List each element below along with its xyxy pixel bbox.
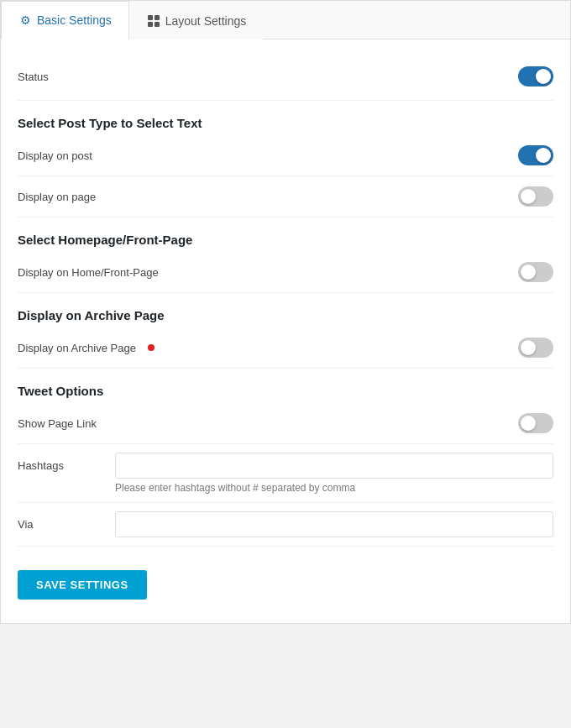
save-settings-button[interactable]: SAVE SETTINGS [18,570,147,600]
svg-rect-1 [155,15,160,20]
archive-label-wrap: Display on Archive Page [18,342,155,354]
settings-container: ⚙ Basic Settings Layout Settings Status [0,0,571,624]
archive-page-heading: Display on Archive Page [18,293,553,327]
gear-icon: ⚙ [18,13,32,27]
display-on-page-row: Display on page [18,176,553,217]
homepage-heading: Select Homepage/Front-Page [18,217,553,252]
show-page-link-label: Show Page Link [18,417,97,430]
show-page-link-toggle[interactable] [518,413,553,433]
hashtags-field-wrap: Please enter hashtags without # separate… [115,453,553,494]
red-dot-indicator [148,344,155,351]
show-page-link-row: Show Page Link [18,403,553,444]
display-on-home-label: Display on Home/Front-Page [18,266,159,279]
via-input[interactable] [115,511,553,537]
display-on-archive-slider [518,338,553,358]
via-field-wrap [115,511,553,537]
via-row: Via [18,503,553,547]
show-page-link-slider [518,413,553,433]
settings-content: Status Select Post Type to Select Text D… [1,39,570,623]
status-label: Status [18,71,49,83]
display-on-post-toggle[interactable] [518,145,553,165]
display-on-home-toggle[interactable] [518,262,553,282]
hashtags-row: Hashtags Please enter hashtags without #… [18,444,553,503]
display-on-post-slider [518,145,553,165]
tweet-options-heading: Tweet Options [18,369,553,403]
display-on-archive-toggle[interactable] [518,338,553,358]
hashtags-label: Hashtags [18,453,102,472]
svg-rect-0 [148,15,153,20]
display-on-home-slider [518,262,553,282]
svg-rect-3 [155,22,160,27]
save-row: SAVE SETTINGS [18,547,553,603]
layout-icon [147,14,160,28]
tabs-bar: ⚙ Basic Settings Layout Settings [1,1,570,39]
display-on-home-row: Display on Home/Front-Page [18,252,553,293]
status-row: Status [18,60,553,101]
hashtags-hint: Please enter hashtags without # separate… [115,482,553,494]
status-toggle[interactable] [518,66,553,86]
via-label: Via [18,511,102,531]
display-on-page-toggle[interactable] [518,186,553,207]
display-on-page-label: Display on page [18,191,96,203]
tab-basic-settings[interactable]: ⚙ Basic Settings [1,1,129,39]
display-on-page-slider [518,186,553,207]
tab-layout-settings[interactable]: Layout Settings [129,1,265,39]
display-on-archive-row: Display on Archive Page [18,327,553,369]
tab-basic-label: Basic Settings [37,13,112,27]
display-on-post-label: Display on post [18,149,92,162]
hashtags-input[interactable] [115,453,553,479]
display-on-post-row: Display on post [18,135,553,176]
tab-layout-label: Layout Settings [165,14,247,28]
display-on-archive-label: Display on Archive Page [18,342,136,354]
post-type-heading: Select Post Type to Select Text [18,101,553,135]
status-slider [518,66,553,86]
svg-rect-2 [148,22,153,27]
